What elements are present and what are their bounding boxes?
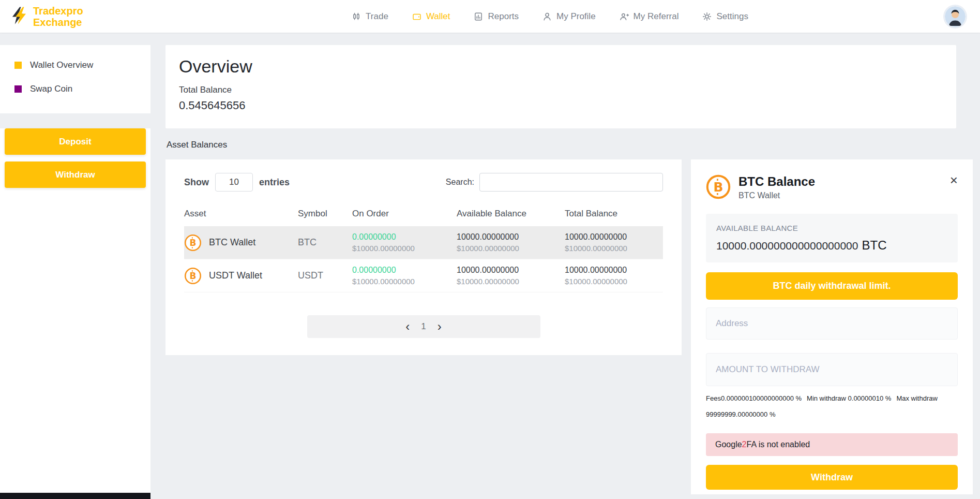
entries-input[interactable] (215, 173, 253, 192)
available-balance-box: AVAILABLE BALANCE 10000.0000000000000000… (706, 214, 958, 262)
panel-header: B BTC Balance BTC Wallet × (706, 174, 958, 200)
footer-strip (0, 493, 150, 499)
top-navbar: Tradexpro Exchange Trade Wallet Reports … (0, 0, 980, 33)
sidebar-item-swap-coin[interactable]: Swap Coin (0, 77, 150, 101)
user-avatar[interactable] (945, 6, 966, 27)
svg-text:B: B (190, 237, 197, 247)
nav-item-wallet[interactable]: Wallet (412, 11, 450, 22)
asset-name: USDT Wallet (209, 270, 262, 281)
profile-icon (542, 12, 552, 21)
search-input[interactable] (479, 173, 663, 192)
btc-coin-icon: B (706, 174, 731, 199)
main-nav: Trade Wallet Reports My Profile My Refer… (155, 11, 945, 22)
asset-table-card: Show entries Search: Asset Symbol On Ord… (165, 159, 682, 355)
table-header: Asset Symbol On Order Available Balance … (184, 202, 663, 226)
asset-symbol: BTC (298, 237, 352, 248)
sidebar-item-label: Wallet Overview (30, 60, 93, 70)
asset-symbol: USDT (298, 270, 352, 281)
usdt-coin-icon: B (184, 267, 202, 285)
brand-name: Tradexpro Exchange (33, 5, 83, 28)
page-number[interactable]: 1 (421, 321, 426, 332)
sidebar-menu: Wallet Overview Swap Coin (0, 45, 150, 113)
available-cell: 10000.00000000 $10000.00000000 (457, 266, 565, 286)
nav-label: Settings (716, 11, 748, 22)
nav-label: Trade (366, 11, 388, 22)
panel-title: BTC Balance (738, 174, 815, 189)
on-order-cell: 0.00000000 $10000.00000000 (352, 266, 457, 286)
sidebar-item-wallet-overview[interactable]: Wallet Overview (0, 53, 150, 77)
asset-name: BTC Wallet (209, 237, 255, 248)
withdraw-button[interactable]: Withdraw (706, 465, 958, 490)
svg-text:B: B (190, 270, 197, 281)
brand-logo-bolt-icon (8, 6, 30, 27)
entries-label: entries (259, 177, 290, 188)
pagination: ‹ 1 › (307, 315, 540, 338)
table-row[interactable]: B USDT Wallet USDT 0.00000000 $10000.000… (184, 259, 663, 292)
nav-label: My Profile (556, 11, 596, 22)
chevron-left-icon[interactable]: ‹ (405, 320, 410, 333)
wallet-page: Tradexpro Exchange Trade Wallet Reports … (0, 0, 980, 499)
wallet-icon (412, 12, 421, 21)
nav-label: Reports (488, 11, 519, 22)
nav-label: My Referral (634, 11, 679, 22)
fees-info: Fees0.000000100000000000 %Min withdraw 0… (706, 391, 958, 422)
svg-text:B: B (713, 180, 723, 195)
total-balance-label: Total Balance (179, 85, 943, 95)
deposit-button[interactable]: Deposit (5, 128, 146, 155)
available-balance-label: AVAILABLE BALANCE (716, 224, 947, 232)
table-row[interactable]: B BTC Wallet BTC 0.00000000 $10000.00000… (184, 226, 663, 259)
table-controls: Show entries Search: (184, 173, 663, 192)
on-order-cell: 0.00000000 $10000.00000000 (352, 232, 457, 253)
btc-coin-icon: B (184, 234, 202, 252)
available-cell: 10000.00000000 $10000.00000000 (457, 232, 565, 253)
chevron-right-icon[interactable]: › (438, 320, 442, 333)
address-input[interactable] (706, 307, 958, 340)
column-header-available[interactable]: Available Balance (457, 209, 565, 219)
column-header-symbol[interactable]: Symbol (298, 209, 352, 219)
nav-item-settings[interactable]: Settings (702, 11, 748, 22)
referral-icon (620, 12, 629, 21)
close-icon[interactable]: × (950, 173, 958, 187)
total-balance-value: 0.545645656 (179, 99, 943, 112)
settings-icon (702, 12, 712, 21)
total-cell: 10000.00000000 $10000.00000000 (565, 266, 663, 286)
sidebar-item-label: Swap Coin (30, 84, 72, 94)
total-cell: 10000.00000000 $10000.00000000 (565, 232, 663, 253)
google-2fa-alert: Google 2FA is not enabled (706, 433, 958, 456)
panel-subtitle: BTC Wallet (738, 191, 815, 200)
nav-item-my-referral[interactable]: My Referral (620, 11, 679, 22)
nav-item-reports[interactable]: Reports (474, 11, 519, 22)
nav-label: Wallet (426, 11, 450, 22)
page-title: Overview (179, 56, 943, 77)
daily-withdrawal-limit-button[interactable]: BTC daily withdrawal limit. (706, 272, 958, 300)
swap-coin-bullet-icon (14, 85, 22, 93)
search-control: Search: (446, 173, 663, 192)
column-header-on-order[interactable]: On Order (352, 209, 457, 219)
brand[interactable]: Tradexpro Exchange (0, 5, 155, 28)
search-label: Search: (446, 178, 474, 187)
overview-card: Overview Total Balance 0.545645656 (165, 45, 956, 128)
panel-titles: BTC Balance BTC Wallet (738, 174, 815, 200)
entries-control: Show entries (184, 173, 290, 192)
wallet-overview-bullet-icon (14, 62, 22, 69)
show-label: Show (184, 177, 209, 188)
amount-input[interactable] (706, 353, 958, 386)
nav-item-trade[interactable]: Trade (352, 11, 388, 22)
column-header-asset[interactable]: Asset (184, 209, 298, 219)
asset-balances-title: Asset Balances (167, 140, 227, 150)
nav-item-my-profile[interactable]: My Profile (542, 11, 596, 22)
trade-icon (352, 12, 361, 21)
reports-icon (474, 12, 483, 21)
currency-unit: BTC (862, 238, 886, 252)
sidebar-actions: Deposit Withdraw (0, 128, 150, 493)
column-header-total[interactable]: Total Balance (565, 209, 663, 219)
available-balance-value: 10000.000000000000000000BTC (716, 238, 947, 253)
withdraw-sidebar-button[interactable]: Withdraw (5, 162, 146, 188)
btc-balance-panel: B BTC Balance BTC Wallet × AVAILABLE BAL… (691, 159, 973, 494)
